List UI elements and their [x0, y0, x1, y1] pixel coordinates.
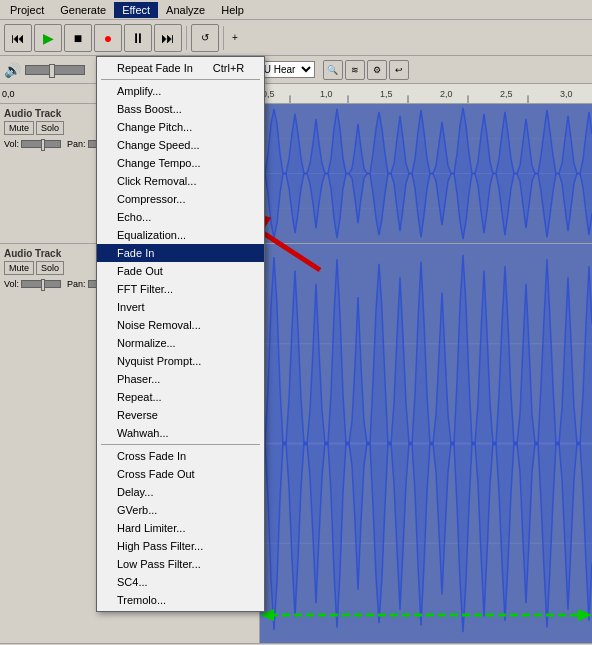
volume-slider-2[interactable] — [21, 280, 61, 288]
skip-back-button[interactable]: ⏮ — [4, 24, 32, 52]
menu-click-removal[interactable]: Click Removal... — [97, 172, 264, 190]
menu-invert[interactable]: Invert — [97, 298, 264, 316]
menu-effect[interactable]: Effect — [114, 2, 158, 18]
menu-normalize[interactable]: Normalize... — [97, 334, 264, 352]
menu-equalization[interactable]: Equalization... — [97, 226, 264, 244]
menu-hard-limiter[interactable]: Hard Limiter... — [97, 519, 264, 537]
menu-project[interactable]: Project — [2, 2, 52, 18]
menubar: Project Generate Effect Analyze Help — [0, 0, 592, 20]
solo-button-2[interactable]: Solo — [36, 261, 64, 275]
menu-high-pass-filter[interactable]: High Pass Filter... — [97, 537, 264, 555]
svg-text:2,0: 2,0 — [440, 90, 453, 100]
menu-reverse[interactable]: Reverse — [97, 406, 264, 424]
repeat-fade-in-label: Repeat Fade In — [117, 62, 193, 74]
stop-button[interactable]: ■ — [64, 24, 92, 52]
menu-generate[interactable]: Generate — [52, 2, 114, 18]
menu-noise-removal[interactable]: Noise Removal... — [97, 316, 264, 334]
divider-1 — [101, 79, 260, 80]
menu-sc4[interactable]: SC4... — [97, 573, 264, 591]
waveform-svg-2 — [260, 244, 592, 643]
sep1 — [186, 26, 187, 50]
svg-text:2,5: 2,5 — [500, 90, 513, 100]
record-button[interactable]: ● — [94, 24, 122, 52]
svg-text:3,0: 3,0 — [560, 90, 573, 100]
effect-dropdown-menu: Repeat Fade In Ctrl+R Amplify... Bass Bo… — [96, 56, 265, 612]
track-1: Audio Track Mute Solo Vol: Pan: — [0, 104, 592, 244]
menu-delay[interactable]: Delay... — [97, 483, 264, 501]
pan-label-1: Pan: — [67, 139, 86, 149]
pan-label-2: Pan: — [67, 279, 86, 289]
svg-text:1,5: 1,5 — [380, 90, 393, 100]
menu-fft-filter[interactable]: FFT Filter... — [97, 280, 264, 298]
mute-button-2[interactable]: Mute — [4, 261, 34, 275]
sep2 — [223, 26, 224, 50]
solo-button-1[interactable]: Solo — [36, 121, 64, 135]
vol-label-2: Vol: — [4, 279, 19, 289]
menu-change-speed[interactable]: Change Speed... — [97, 136, 264, 154]
settings-icon[interactable]: ⚙ — [367, 60, 387, 80]
menu-echo[interactable]: Echo... — [97, 208, 264, 226]
menu-help[interactable]: Help — [213, 2, 252, 18]
waveform-icon[interactable]: ≋ — [345, 60, 365, 80]
plus-label: + — [232, 32, 238, 43]
menu-compressor[interactable]: Compressor... — [97, 190, 264, 208]
tracks-area: Audio Track Mute Solo Vol: Pan: — [0, 104, 592, 644]
speaker-icon: 🔊 — [4, 62, 21, 78]
menu-change-pitch[interactable]: Change Pitch... — [97, 118, 264, 136]
mute-button-1[interactable]: Mute — [4, 121, 34, 135]
track-2-waveform — [260, 244, 592, 643]
menu-amplify[interactable]: Amplify... — [97, 82, 264, 100]
divider-2 — [101, 444, 260, 445]
svg-text:1,0: 1,0 — [320, 90, 333, 100]
ruler-zero: 0,0 — [2, 89, 15, 99]
volume-slider-1[interactable] — [21, 140, 61, 148]
undo-icon[interactable]: ↩ — [389, 60, 409, 80]
menu-phaser[interactable]: Phaser... — [97, 370, 264, 388]
menu-bass-boost[interactable]: Bass Boost... — [97, 100, 264, 118]
pause-button[interactable]: ⏸ — [124, 24, 152, 52]
menu-tremolo[interactable]: Tremolo... — [97, 591, 264, 609]
menu-cross-fade-in[interactable]: Cross Fade In — [97, 447, 264, 465]
menu-gverb[interactable]: GVerb... — [97, 501, 264, 519]
zoom-in-icon[interactable]: 🔍 — [323, 60, 343, 80]
menu-analyze[interactable]: Analyze — [158, 2, 213, 18]
menu-low-pass-filter[interactable]: Low Pass Filter... — [97, 555, 264, 573]
loop-button[interactable]: ↺ — [191, 24, 219, 52]
volume-slider[interactable] — [25, 65, 85, 75]
toolbar-icons-right: 🔍 ≋ ⚙ ↩ — [323, 60, 409, 80]
menu-wahwah[interactable]: Wahwah... — [97, 424, 264, 442]
waveform-svg-1 — [260, 104, 592, 243]
play-button[interactable]: ▶ — [34, 24, 62, 52]
toolbar: ⏮ ▶ ■ ● ⏸ ⏭ ↺ + — [0, 20, 592, 56]
track-2: Audio Track Mute Solo Vol: Pan: — [0, 244, 592, 644]
ruler-svg: 0,5 1,0 1,5 2,0 2,5 3,0 — [260, 84, 592, 103]
vol-label-1: Vol: — [4, 139, 19, 149]
menu-change-tempo[interactable]: Change Tempo... — [97, 154, 264, 172]
track-1-waveform — [260, 104, 592, 243]
menu-repeat[interactable]: Repeat... — [97, 388, 264, 406]
controls-row: 🔊 L R -48 -42 -36 -30 -24 -18 -12 What U… — [0, 56, 592, 84]
menu-fade-in[interactable]: Fade In — [97, 244, 264, 262]
skip-fwd-button[interactable]: ⏭ — [154, 24, 182, 52]
track-container: 0,0 0,5 1,0 1,5 2,0 2,5 3,0 — [0, 84, 592, 644]
menu-cross-fade-out[interactable]: Cross Fade Out — [97, 465, 264, 483]
repeat-fade-in-shortcut: Ctrl+R — [213, 62, 244, 74]
timeline-ruler: 0,0 0,5 1,0 1,5 2,0 2,5 3,0 — [0, 84, 592, 104]
menu-nyquist-prompt[interactable]: Nyquist Prompt... — [97, 352, 264, 370]
menu-repeat-fade-in[interactable]: Repeat Fade In Ctrl+R — [97, 59, 264, 77]
menu-fade-out[interactable]: Fade Out — [97, 262, 264, 280]
ruler-marks-area: 0,5 1,0 1,5 2,0 2,5 3,0 — [260, 84, 592, 103]
